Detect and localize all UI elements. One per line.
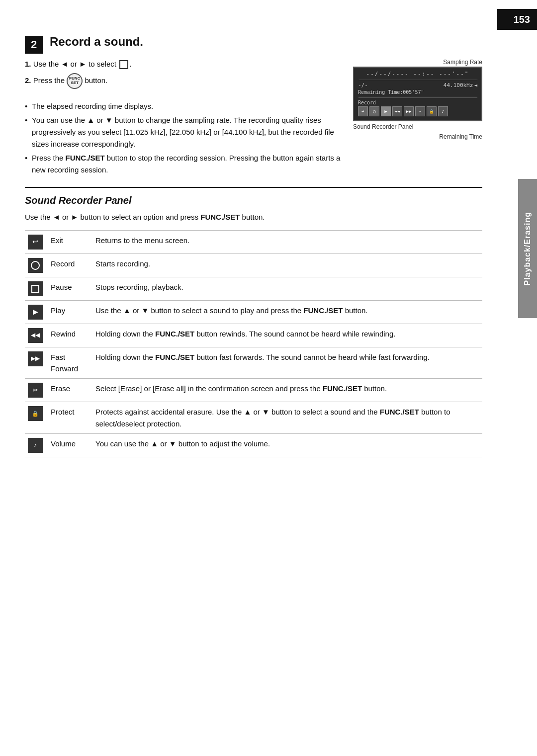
srp-title: Sound Recorder Panel [25,195,482,206]
srp-table: ↩ Exit Returns to the menu screen. Recor… [25,230,482,457]
table-row: ▶▶ Fast Forward Holding down the FUNC./S… [25,347,482,379]
ctrl-exit: ↩ [358,106,368,116]
table-desc-cell: Returns to the menu screen. [90,230,482,253]
remaining-time-label: Remaining Time [353,133,482,140]
ctrl-erase: ✂ [415,106,425,116]
table-row: Record Starts recording. [25,253,482,277]
display-top-row: --/--/---- --:-- ---'--" [358,71,477,77]
table-name-cell: Volume [46,433,90,457]
display-minus: -/- [358,82,368,88]
step-number: 2 [25,36,43,54]
table-icon-cell: ↩ [25,230,46,253]
table-row: 🔒 Protect Protects against accidental er… [25,402,482,434]
ctrl-rewind: ◄◄ [392,106,402,116]
table-desc-cell: Holding down the FUNC./SET button rewind… [90,324,482,347]
ctrl-protect: 🔒 [427,106,437,116]
table-icon-cell [25,277,46,300]
table-desc-cell: Stops recording, playback. [90,277,482,300]
bullet-list: The elapsed recording time displays. You… [25,100,343,176]
srp-intro: Use the ◄ or ► button to select an optio… [25,211,482,223]
ctrl-ff: ▶▶ [404,106,414,116]
step-title: Record a sound. [50,35,143,49]
table-icon-cell: ♪ [25,433,46,457]
table-row: ◀◀ Rewind Holding down the FUNC./SET but… [25,324,482,347]
table-icon-cell: 🔒 [25,402,46,434]
table-icon-cell: ◀◀ [25,324,46,347]
bullet-2: You can use the ▲ or ▼ button to change … [25,114,343,150]
table-desc-cell: Holding down the FUNC./SET button fast f… [90,347,482,379]
table-name-cell: Erase [46,379,90,402]
step2-text: 1. Use the ◄ or ► to select . 2. Press t… [25,59,353,178]
table-row: ↩ Exit Returns to the menu screen. [25,230,482,253]
table-row: Pause Stops recording, playback. [25,277,482,300]
sampling-rate-label: Sampling Rate [353,59,482,66]
display-remaining: Remaining Time:005'57" [358,89,477,95]
bullet-1: The elapsed recording time displays. [25,100,343,112]
table-name-cell: Exit [46,230,90,253]
step2-image-area: Sampling Rate --/--/---- --:-- ---'--" -… [353,59,482,140]
ctrl-record: ○ [369,106,379,116]
display-middle-row: -/- 44.100kHz ◄ [358,82,477,88]
table-name-cell: Protect [46,402,90,434]
table-row: ✂ Erase Select [Erase] or [Erase all] in… [25,379,482,402]
page-number: 153 [497,9,537,30]
ctrl-play: ▶ [381,106,391,116]
table-name-cell: Pause [46,277,90,300]
table-name-cell: Play [46,300,90,324]
table-desc-cell: Select [Erase] or [Erase all] in the con… [90,379,482,402]
ctrl-vol: ♪ [438,106,448,116]
section-divider [25,187,482,188]
instruction-1: 1. Use the ◄ or ► to select . [25,59,343,70]
table-icon-cell: ✂ [25,379,46,402]
table-icon-cell: ▶ [25,300,46,324]
display-sample-rate: 44.100kHz ◄ [444,82,477,88]
table-desc-cell: You can use the ▲ or ▼ button to adjust … [90,433,482,457]
step2-block: 2 Record a sound. [25,35,482,54]
table-icon-cell: ▶▶ [25,347,46,379]
sidebar-tab: Playback/Erasing [518,179,537,318]
sound-recorder-panel-display-label: Sound Recorder Panel [353,123,482,130]
table-icon-cell [25,253,46,277]
display-record-label: Record [358,100,477,105]
table-desc-cell: Protects against accidental erasure. Use… [90,402,482,434]
table-name-cell: Record [46,253,90,277]
table-row: ▶ Play Use the ▲ or ▼ button to select a… [25,300,482,324]
table-desc-cell: Starts recording. [90,253,482,277]
table-name-cell: Rewind [46,324,90,347]
bullet-3: Press the FUNC./SET button to stop the r… [25,152,343,176]
instruction-2: 2. Press the FUNCSET button. [25,73,343,89]
display-controls: ↩ ○ ▶ ◄◄ ▶▶ ✂ 🔒 ♪ [358,106,477,116]
table-row: ♪ Volume You can use the ▲ or ▼ button t… [25,433,482,457]
func-set-button-icon: FUNCSET [67,73,83,89]
camera-display: --/--/---- --:-- ---'--" -/- 44.100kHz ◄… [353,67,482,121]
table-name-cell: Fast Forward [46,347,90,379]
table-desc-cell: Use the ▲ or ▼ button to select a sound … [90,300,482,324]
